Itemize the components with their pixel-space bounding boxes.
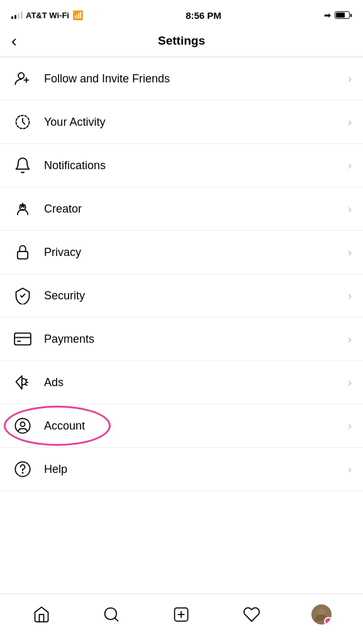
chevron-icon: › [348, 246, 352, 259]
security-icon [11, 284, 34, 307]
status-right: ➟ [324, 11, 352, 20]
svg-rect-6 [18, 252, 28, 259]
creator-label: Creator [44, 203, 348, 216]
time-label: 8:56 PM [186, 10, 221, 21]
add-icon [172, 606, 190, 623]
nav-add[interactable] [165, 601, 197, 628]
home-icon [33, 606, 50, 623]
nav-bar: ‹ Settings [0, 28, 363, 57]
chevron-icon: › [348, 289, 352, 303]
chevron-icon: › [348, 203, 352, 216]
settings-item-privacy[interactable]: Privacy › [0, 231, 363, 274]
settings-item-payments[interactable]: Payments › [0, 318, 363, 361]
status-bar: AT&T Wi-Fi 📶 8:56 PM ➟ [0, 0, 363, 28]
svg-point-17 [22, 472, 23, 473]
nav-heart[interactable] [236, 601, 267, 628]
creator-icon [11, 197, 34, 220]
wifi-icon: 📶 [72, 10, 83, 20]
settings-list: Follow and Invite Friends › Your Activit… [0, 57, 363, 491]
heart-icon [243, 606, 260, 623]
bottom-nav [0, 594, 363, 644]
account-label: Account [44, 419, 348, 433]
search-icon [103, 606, 120, 623]
profile-avatar [311, 604, 332, 625]
chevron-icon: › [348, 116, 352, 129]
page-title: Settings [158, 34, 205, 48]
svg-point-14 [15, 418, 30, 433]
ads-label: Ads [44, 376, 348, 389]
svg-line-13 [26, 385, 27, 386]
carrier-label: AT&T Wi-Fi [26, 11, 69, 20]
settings-item-follow[interactable]: Follow and Invite Friends › [0, 57, 363, 101]
payments-icon [11, 328, 34, 350]
ads-icon [11, 371, 34, 394]
notifications-icon [11, 154, 34, 177]
settings-item-help[interactable]: Help › [0, 448, 363, 491]
nav-home[interactable] [26, 601, 57, 628]
location-icon: ➟ [324, 11, 331, 20]
svg-rect-7 [14, 333, 31, 345]
notifications-label: Notifications [44, 159, 348, 172]
back-button[interactable]: ‹ [11, 33, 17, 49]
chevron-icon: › [348, 72, 352, 86]
settings-item-security[interactable]: Security › [0, 274, 363, 318]
nav-search[interactable] [96, 601, 127, 628]
settings-item-activity[interactable]: Your Activity › [0, 101, 363, 144]
chevron-icon: › [348, 159, 352, 172]
settings-item-ads[interactable]: Ads › [0, 361, 363, 404]
chevron-icon: › [348, 333, 352, 346]
help-label: Help [44, 463, 348, 476]
settings-item-account[interactable]: Account › [0, 404, 363, 448]
activity-label: Your Activity [44, 116, 348, 129]
nav-profile[interactable] [306, 601, 337, 628]
settings-item-creator[interactable]: Creator › [0, 187, 363, 231]
status-left: AT&T Wi-Fi 📶 [11, 10, 83, 20]
help-icon [11, 458, 34, 480]
svg-line-19 [115, 618, 118, 621]
profile-image [313, 606, 330, 623]
follow-label: Follow and Invite Friends [44, 72, 348, 86]
svg-marker-10 [16, 376, 22, 389]
signal-icon [11, 11, 23, 19]
svg-marker-5 [20, 203, 26, 209]
settings-content: Follow and Invite Friends › Your Activit… [0, 57, 363, 541]
follow-icon [11, 67, 34, 90]
payments-label: Payments [44, 333, 348, 346]
svg-point-0 [18, 73, 24, 79]
account-icon [11, 414, 34, 437]
chevron-icon: › [348, 463, 352, 476]
activity-icon [11, 111, 34, 133]
chevron-icon: › [348, 419, 352, 433]
battery-icon [335, 11, 352, 19]
privacy-label: Privacy [44, 246, 348, 259]
svg-point-15 [21, 422, 25, 426]
security-label: Security [44, 289, 348, 303]
settings-item-notifications[interactable]: Notifications › [0, 144, 363, 187]
chevron-icon: › [348, 376, 352, 389]
svg-line-11 [26, 379, 27, 380]
privacy-icon [11, 241, 34, 264]
